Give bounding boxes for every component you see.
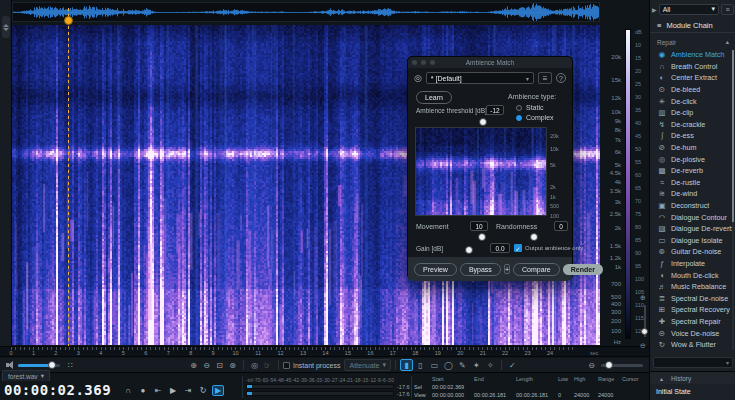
file-tab[interactable]: forest.wav▾ xyxy=(2,370,50,381)
horizontal-zoom-slider[interactable] xyxy=(601,364,643,367)
sidebar-item-spectral-de-noise[interactable]: ≣Spectral De-noise xyxy=(650,292,735,304)
vertical-zoom-knob[interactable] xyxy=(641,328,648,335)
module-filter-dropdown[interactable]: All▾ xyxy=(659,4,719,15)
meter-scale-label: -3 xyxy=(386,377,390,383)
render-button[interactable]: Render xyxy=(563,264,603,275)
zoom-selection-tool-icon[interactable]: ⊡ xyxy=(213,359,226,371)
legend-tick-label: 15 xyxy=(635,55,641,61)
time-select-tool[interactable]: ▮ xyxy=(400,359,413,371)
sidebar-item-de-hum[interactable]: ⊘De-hum xyxy=(650,142,735,154)
module-chain-item[interactable]: ≡ Module Chain xyxy=(650,19,735,33)
history-item[interactable]: Initial State xyxy=(650,385,735,397)
gain-value[interactable]: 0.0 xyxy=(490,243,510,253)
lasso-tool[interactable]: ◯ xyxy=(442,359,455,371)
zoom-in-tool-icon[interactable]: ⊕ xyxy=(187,359,200,371)
time-freq-select-tool[interactable]: ▯ xyxy=(414,359,427,371)
preset-menu-button[interactable]: ≡ xyxy=(538,72,552,84)
sidebar-item-guitar-de-noise[interactable]: ⊚Guitar De-noise xyxy=(650,246,735,258)
sidebar-item-de-click[interactable]: ✳De-click xyxy=(650,95,735,107)
bypass-plus-button[interactable]: + xyxy=(504,264,510,274)
sidebar-item-de-rustle[interactable]: ≈De-rustle xyxy=(650,177,735,189)
sidebar-item-spectral-repair[interactable]: ✚Spectral Repair xyxy=(650,316,735,328)
ruler-tick-label: 14 xyxy=(322,350,328,356)
dialog-titlebar[interactable]: Ambience Match xyxy=(408,57,572,68)
headphones-button[interactable]: ∩ xyxy=(122,385,134,396)
table-cell: 00:00:26.181 xyxy=(474,391,516,399)
sidebar-item-label: Ambience Match xyxy=(671,50,725,59)
bypass-button[interactable]: Bypass xyxy=(460,263,501,276)
sidebar-item-deconstruct[interactable]: ▣Deconstruct xyxy=(650,200,735,212)
play-button[interactable]: ▶ xyxy=(167,385,179,396)
sidebar-item-dialogue-contour[interactable]: ◠Dialogue Contour xyxy=(650,211,735,223)
overview-waveform[interactable] xyxy=(12,2,600,22)
learn-button[interactable]: Learn xyxy=(416,91,452,104)
vertical-zoom-control[interactable]: ⊕ ⊖ xyxy=(640,294,650,350)
routing-icon[interactable]: ∷ xyxy=(64,359,77,371)
apply-check-tool[interactable]: ✓ xyxy=(506,359,519,371)
sidebar-item-dialogue-de-reverb[interactable]: ▨Dialogue De-reverb xyxy=(650,223,735,235)
radio-complex[interactable]: Complex xyxy=(516,114,554,121)
zoom-in-icon[interactable]: ⊕ xyxy=(640,294,646,302)
sidebar-item-spectral-recovery[interactable]: ⊞Spectral Recovery xyxy=(650,304,735,316)
sidebar-item-label: Music Rebalance xyxy=(671,282,726,291)
time-ruler[interactable]: sec 012345678910111213141516171819202122… xyxy=(0,346,649,357)
randomness-value[interactable]: 0 xyxy=(554,221,568,231)
sidebar-item-interpolate[interactable]: ƒInterpolate xyxy=(650,258,735,270)
sidebar-item-de-bleed[interactable]: ⊙De-bleed xyxy=(650,84,735,96)
movement-value[interactable]: 10 xyxy=(470,221,488,231)
preset-dropdown[interactable]: * [Default]▾ xyxy=(426,72,534,84)
magic-wand-tool[interactable]: ✧ xyxy=(484,359,497,371)
compare-button[interactable]: Compare xyxy=(513,263,560,276)
radio-static-icon[interactable] xyxy=(516,105,522,111)
preview-button[interactable]: Preview xyxy=(414,263,457,276)
sidebar-item-de-reverb[interactable]: ▩De-reverb xyxy=(650,165,735,177)
zoom-out-tool-icon[interactable]: ⊖ xyxy=(200,359,213,371)
zoom-reset-tool-icon[interactable]: ⊛ xyxy=(226,359,239,371)
rail-grip-handle[interactable] xyxy=(2,16,10,38)
output-ambience-checkbox[interactable]: ✓ xyxy=(514,244,522,252)
loop-button[interactable]: ↻ xyxy=(197,385,209,396)
volume-slider[interactable] xyxy=(18,364,60,367)
record-button[interactable]: ● xyxy=(137,385,149,396)
process-mode-dropdown[interactable]: Attenuate▾ xyxy=(344,359,390,371)
playhead-marker[interactable] xyxy=(64,16,73,25)
hand-tool-icon[interactable]: ☞ xyxy=(261,359,274,371)
module-menu-button[interactable]: ≡ xyxy=(721,4,734,15)
sidebar-item-de-crackle[interactable]: ↯De-crackle xyxy=(650,119,735,131)
threshold-value[interactable]: -12 xyxy=(486,105,504,115)
sidebar-item-center-extract[interactable]: ◐Center Extract xyxy=(650,72,735,84)
meter-scale-label: -24 xyxy=(338,377,345,383)
next-button[interactable]: ⇥ xyxy=(182,385,194,396)
prev-button[interactable]: ⇤ xyxy=(152,385,164,396)
radio-complex-icon[interactable] xyxy=(516,115,522,121)
help-icon[interactable]: ? xyxy=(556,73,566,83)
horizontal-zoom-out-icon[interactable]: ⊖ xyxy=(585,359,598,371)
sidebar-item-dialogue-isolate[interactable]: ▭Dialogue Isolate xyxy=(650,235,735,247)
zoom-out-icon[interactable]: ⊖ xyxy=(640,342,646,350)
history-header[interactable]: ▴ History xyxy=(650,371,735,384)
sidebar-item-de-plosive[interactable]: ◎De-plosive xyxy=(650,153,735,165)
sidebar-item-mouth-de-click[interactable]: ◖Mouth De-click xyxy=(650,269,735,281)
sidebar-item-music-rebalance[interactable]: ♬Music Rebalance xyxy=(650,281,735,293)
magnifier-tool-icon[interactable]: ◎ xyxy=(248,359,261,371)
sidebar-item-de-wind[interactable]: ≋De-wind xyxy=(650,188,735,200)
sidebar-item-breath-control[interactable]: ∩Breath Control xyxy=(650,61,735,73)
freq-select-tool[interactable]: ▭ xyxy=(428,359,441,371)
radio-static[interactable]: Static xyxy=(516,104,544,111)
instant-process-checkbox[interactable] xyxy=(283,362,290,369)
sidebar-item-wow-flutter[interactable]: ↻Wow & Flutter xyxy=(650,339,735,351)
sidebar-item-label: De-clip xyxy=(671,108,693,117)
de-clip-icon: ▥ xyxy=(657,108,667,117)
sidebar-scrollbar-thumb[interactable] xyxy=(732,50,734,222)
sidebar-item-voice-de-noise[interactable]: ⊝Voice De-noise xyxy=(650,327,735,339)
section-header-repair[interactable]: Repair ▴ xyxy=(650,36,735,48)
sidebar-bottom-dropdown[interactable]: ▾ xyxy=(653,357,733,368)
table-header-cell: End xyxy=(474,375,516,383)
sidebar-item-de-clip[interactable]: ▥De-clip xyxy=(650,107,735,119)
table-header-cell: Range xyxy=(598,375,622,383)
sidebar-item-ambience-match[interactable]: ◉Ambience Match xyxy=(650,49,735,61)
play-special-button[interactable]: ▶ xyxy=(212,385,224,396)
sidebar-item-de-ess[interactable]: ∫De-ess xyxy=(650,130,735,142)
brush-tool[interactable]: ✎ xyxy=(456,359,469,371)
wand-tool[interactable]: ✦ xyxy=(470,359,483,371)
